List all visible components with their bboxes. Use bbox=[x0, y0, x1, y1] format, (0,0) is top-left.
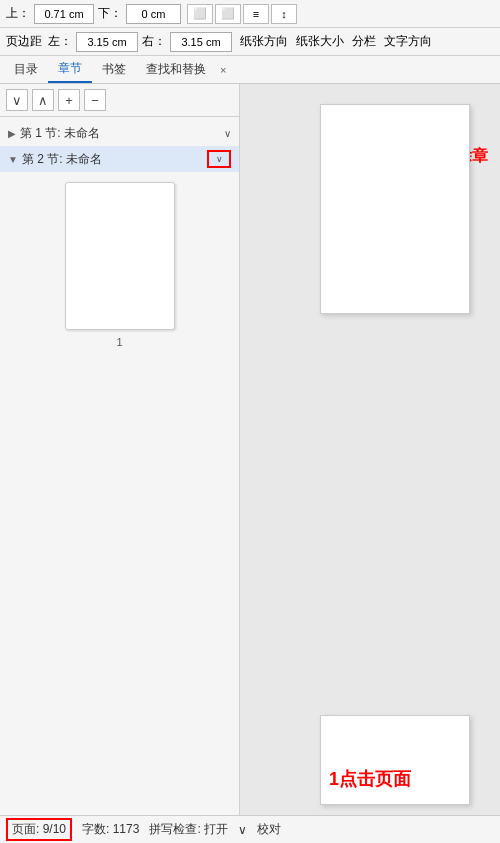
tab-bar: 目录 章节 书签 查找和替换 × bbox=[0, 56, 500, 84]
chapter-2-dropdown[interactable]: ∨ bbox=[207, 150, 231, 168]
chapter-2-item[interactable]: ▼ 第 2 节: 未命名 ∨ bbox=[0, 146, 239, 172]
status-spell-check[interactable]: 拼写检查: 打开 bbox=[149, 821, 228, 838]
sort-btn[interactable]: ↕ bbox=[271, 4, 297, 24]
panel-toolbar: ∨ ∧ + − bbox=[0, 84, 239, 117]
chapter-1-label: 第 1 节: 未命名 bbox=[20, 125, 224, 142]
chapter-1-arrow: ▶ bbox=[8, 128, 16, 139]
doc-page-right-bottom bbox=[320, 715, 470, 805]
tab-bookmark[interactable]: 书签 bbox=[92, 57, 136, 82]
copy-btn[interactable]: ⬜ bbox=[187, 4, 213, 24]
margin-bottom-input[interactable] bbox=[126, 4, 181, 24]
margin-right-input[interactable] bbox=[170, 32, 232, 52]
columns-btn[interactable]: 分栏 bbox=[352, 33, 376, 50]
tab-chapter[interactable]: 章节 bbox=[48, 56, 92, 83]
chapter-2-arrow: ▼ bbox=[8, 154, 18, 165]
chapter-1-expand[interactable]: ∨ bbox=[224, 128, 231, 139]
margin-left-sub-label: 左： bbox=[48, 33, 72, 50]
chapter-list: ▶ 第 1 节: 未命名 ∨ ▼ 第 2 节: 未命名 ∨ 1 bbox=[0, 117, 239, 843]
page-thumb-1[interactable] bbox=[65, 182, 175, 330]
left-panel: ∨ ∧ + − ▶ 第 1 节: 未命名 ∨ ▼ 第 2 节: 未命名 ∨ bbox=[0, 84, 240, 843]
panel-add-btn[interactable]: + bbox=[58, 89, 80, 111]
tab-findreplace[interactable]: 查找和替换 bbox=[136, 57, 216, 82]
chapter-1-item[interactable]: ▶ 第 1 节: 未命名 ∨ bbox=[0, 121, 239, 146]
status-proofread[interactable]: 校对 bbox=[257, 821, 281, 838]
tab-directory[interactable]: 目录 bbox=[4, 57, 48, 82]
page-thumbnails: 1 bbox=[0, 172, 239, 358]
paper-direction-btn[interactable]: 纸张方向 bbox=[240, 33, 288, 50]
paste-btn[interactable]: ⬜ bbox=[215, 4, 241, 24]
right-area[interactable]: 2，点这个删除章 1点击页面 bbox=[240, 84, 500, 843]
second-toolbar: 页边距 左： 右： 纸张方向 纸张大小 分栏 文字方向 bbox=[0, 28, 500, 56]
margin-right-sub-label: 右： bbox=[142, 33, 166, 50]
status-separator: ∨ bbox=[238, 823, 247, 837]
doc-page-right-top bbox=[320, 104, 470, 314]
panel-up-btn[interactable]: ∧ bbox=[32, 89, 54, 111]
margin-left-input[interactable] bbox=[76, 32, 138, 52]
main-layout: ∨ ∧ + − ▶ 第 1 节: 未命名 ∨ ▼ 第 2 节: 未命名 ∨ bbox=[0, 84, 500, 843]
chapter-2-label: 第 2 节: 未命名 bbox=[22, 151, 207, 168]
align-btn[interactable]: ≡ bbox=[243, 4, 269, 24]
status-bar: 页面: 9/10 字数: 1173 拼写检查: 打开 ∨ 校对 bbox=[0, 815, 500, 843]
panel-down-btn[interactable]: ∨ bbox=[6, 89, 28, 111]
panel-minus-btn[interactable]: − bbox=[84, 89, 106, 111]
status-page-info[interactable]: 页面: 9/10 bbox=[6, 818, 72, 841]
margin-left-label: 页边距 bbox=[6, 33, 42, 50]
chapter-2-dropdown-icon: ∨ bbox=[216, 154, 223, 164]
margin-top-label: 上： bbox=[6, 5, 30, 22]
text-direction-btn[interactable]: 文字方向 bbox=[384, 33, 432, 50]
paper-size-btn[interactable]: 纸张大小 bbox=[296, 33, 344, 50]
margin-top-input[interactable] bbox=[34, 4, 94, 24]
page-thumb-1-label: 1 bbox=[116, 336, 122, 348]
status-word-count: 字数: 1173 bbox=[82, 821, 139, 838]
tab-close-btn[interactable]: × bbox=[220, 64, 226, 76]
margin-bottom-label: 下： bbox=[98, 5, 122, 22]
annotation-step1: 1点击页面 bbox=[329, 767, 411, 791]
top-toolbar: 上： 下： ⬜ ⬜ ≡ ↕ bbox=[0, 0, 500, 28]
